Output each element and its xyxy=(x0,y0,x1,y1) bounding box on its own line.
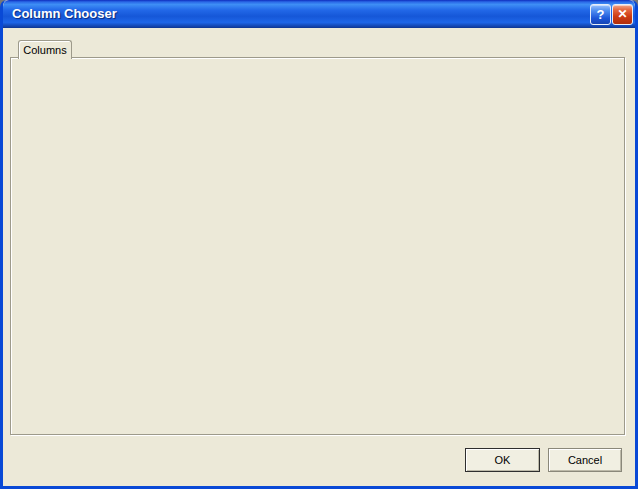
close-button[interactable]: ✕ xyxy=(612,4,633,25)
close-icon: ✕ xyxy=(617,7,627,21)
ok-button[interactable]: OK xyxy=(465,448,540,472)
question-mark-icon: ? xyxy=(597,7,605,22)
tab-label: Columns xyxy=(23,44,66,56)
cancel-button-label: Cancel xyxy=(568,454,602,466)
column-chooser-dialog: Column Chooser ? ✕ Columns Select column… xyxy=(0,0,638,489)
ok-button-label: OK xyxy=(495,454,511,466)
title-bar[interactable]: Column Chooser ? ✕ xyxy=(3,0,635,28)
help-button[interactable]: ? xyxy=(590,4,611,25)
tab-page xyxy=(10,57,625,435)
cancel-button[interactable]: Cancel xyxy=(548,448,622,472)
tab-columns[interactable]: Columns xyxy=(18,40,72,59)
window-title: Column Chooser xyxy=(12,0,117,28)
